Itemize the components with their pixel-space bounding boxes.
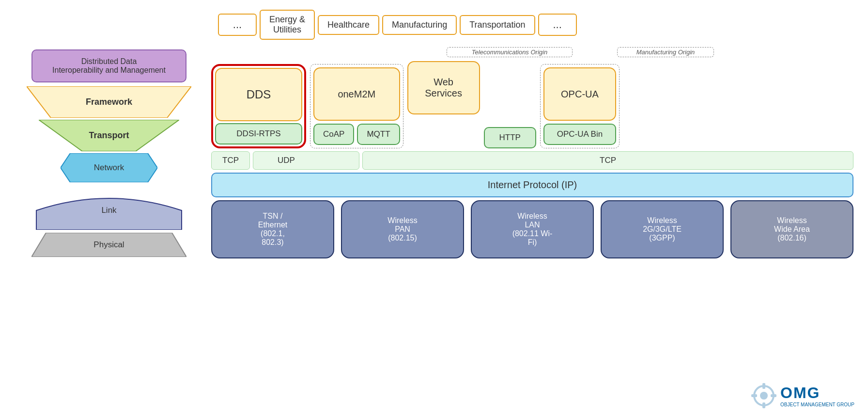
physical-label: Physical xyxy=(93,240,124,250)
webservices-box: Web Services xyxy=(407,61,480,114)
onem2m-box: oneM2M xyxy=(313,67,400,121)
svg-rect-7 xyxy=(762,402,765,408)
omg-text-block: OMG OBJECT MANAGEMENT GROUP xyxy=(780,384,854,407)
telecom-origin-label: Telecommunications Origin xyxy=(447,47,573,57)
manuf-origin-label: Manufacturing Origin xyxy=(617,47,714,57)
network-label: Network xyxy=(94,163,124,173)
right-stack: Telecommunications Origin Manufacturing … xyxy=(211,45,853,407)
mqtt-box: MQTT xyxy=(357,124,400,145)
physical-shape: Physical xyxy=(31,233,186,257)
ddim-label: Distributed Data Interoperability and Ma… xyxy=(52,57,166,74)
opcuabin-box: OPC-UA Bin xyxy=(543,124,616,145)
wireless-row: TSN / Ethernet (802.1, 802.3) Wireless P… xyxy=(211,200,853,258)
lan-box: Wireless LAN (802.11 Wi- Fi) xyxy=(471,200,594,258)
w2g-box: Wireless 2G/3G/LTE (3GPP) xyxy=(601,200,724,258)
tcp-udp-row: TCP UDP TCP xyxy=(211,151,853,170)
dds-box: DDS xyxy=(215,68,302,121)
dots-right: ... xyxy=(538,14,577,36)
ip-row: Internet Protocol (IP) xyxy=(211,173,853,197)
framework-proto-row: DDS DDSI-RTPS oneM2M CoAP MQTT Web Servi… xyxy=(211,61,853,148)
main-container: ... Energy & Utilities Healthcare Manufa… xyxy=(0,0,868,417)
omg-subtitle: OBJECT MANAGEMENT GROUP xyxy=(780,402,854,407)
link-shape: Link xyxy=(31,186,186,230)
omg-brand: OMG xyxy=(780,384,854,402)
link-label: Link xyxy=(101,201,116,215)
dds-wrapper: DDS DDSI-RTPS xyxy=(211,64,306,148)
manufacturing-box: Manufacturing xyxy=(382,15,457,35)
transport-shape: Transport xyxy=(39,120,179,151)
http-col: HTTP xyxy=(484,61,536,148)
transportation-box: Transportation xyxy=(460,15,535,35)
energy-label: Energy & Utilities xyxy=(269,15,305,34)
tcp2-box: TCP xyxy=(362,151,853,170)
origin-labels-row: Telecommunications Origin Manufacturing … xyxy=(211,47,853,57)
gear-icon xyxy=(749,381,778,410)
industry-row: ... Energy & Utilities Healthcare Manufa… xyxy=(218,10,853,40)
content-area: Distributed Data Interoperability and Ma… xyxy=(15,45,853,407)
wide-box: Wireless Wide Area (802.16) xyxy=(730,200,853,258)
tcp1-box: TCP xyxy=(211,151,250,170)
svg-rect-8 xyxy=(751,394,757,397)
dots-left: ... xyxy=(218,14,257,36)
manuf-group: OPC-UA OPC-UA Bin xyxy=(540,64,620,148)
telecom-group: oneM2M CoAP MQTT xyxy=(310,64,403,148)
svg-rect-9 xyxy=(771,394,776,397)
opcua-box: OPC-UA xyxy=(543,67,616,121)
network-shape: Network xyxy=(61,153,157,182)
http-box: HTTP xyxy=(484,127,536,148)
tsn-box: TSN / Ethernet (802.1, 802.3) xyxy=(211,200,334,258)
svg-point-5 xyxy=(760,392,768,400)
svg-rect-6 xyxy=(762,383,765,389)
ddsi-box: DDSI-RTPS xyxy=(215,123,302,144)
framework-shape: Framework xyxy=(27,86,191,118)
framework-label: Framework xyxy=(86,97,132,107)
coap-box: CoAP xyxy=(313,124,354,145)
omg-logo: OMG OBJECT MANAGEMENT GROUP xyxy=(749,381,854,410)
coap-mqtt-row: CoAP MQTT xyxy=(313,124,400,145)
pan-box: Wireless PAN (802.15) xyxy=(341,200,464,258)
left-stack: Distributed Data Interoperability and Ma… xyxy=(15,45,203,407)
transport-label: Transport xyxy=(89,130,129,141)
ddim-box: Distributed Data Interoperability and Ma… xyxy=(31,49,186,82)
healthcare-box: Healthcare xyxy=(318,15,379,35)
energy-box: Energy & Utilities xyxy=(260,10,315,40)
udp-box: UDP xyxy=(253,151,359,170)
